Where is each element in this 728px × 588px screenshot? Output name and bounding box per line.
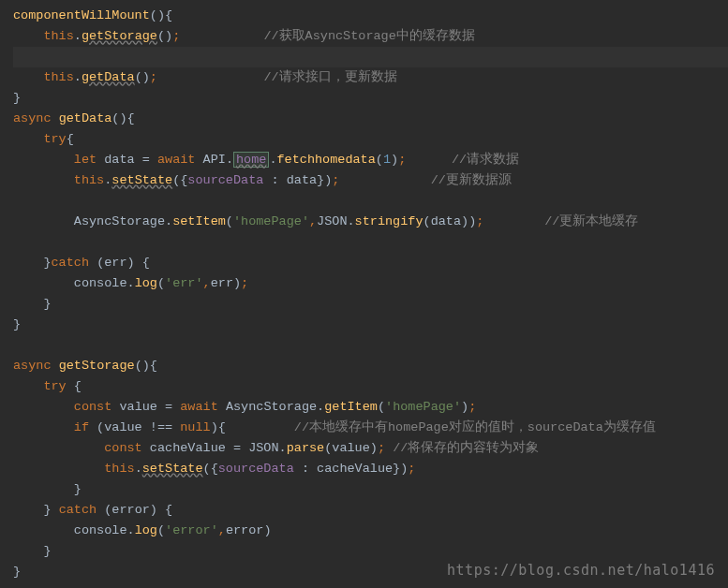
- code-token: cacheValue: [142, 441, 233, 455]
- code-token: ): [370, 441, 378, 455]
- code-token: const: [104, 441, 142, 455]
- code-line[interactable]: [13, 47, 728, 67]
- code-line[interactable]: try{: [13, 129, 728, 150]
- code-token: setState: [111, 173, 172, 187]
- code-token: null: [180, 420, 210, 434]
- code-line[interactable]: async getData(){: [13, 109, 728, 129]
- code-token: 'error': [165, 523, 218, 537]
- code-token: : data: [263, 173, 317, 187]
- code-token: async: [13, 111, 52, 125]
- code-comment: //获取AsyncStorage中的缓存数据: [263, 29, 474, 43]
- code-token: this: [43, 29, 73, 43]
- code-token: (: [376, 153, 383, 167]
- code-token: .: [348, 214, 355, 228]
- code-token: catch: [59, 503, 97, 517]
- code-token: await: [157, 153, 196, 167]
- code-token: (: [423, 214, 431, 228]
- code-token: }: [317, 173, 324, 187]
- code-line[interactable]: this.setState({sourceData : data}); //更新…: [13, 170, 728, 191]
- code-line[interactable]: AsyncStorage.setItem('homePage',JSON.str…: [13, 212, 728, 232]
- code-line[interactable]: [13, 191, 728, 212]
- code-token: .: [165, 214, 172, 228]
- code-line[interactable]: this.getStorage(); //获取AsyncStorage中的缓存数…: [13, 26, 728, 47]
- code-token: this: [74, 173, 104, 187]
- code-comment: //更新本地缓存: [544, 214, 638, 228]
- code-token: try: [43, 132, 66, 146]
- code-token: (: [203, 462, 211, 476]
- code-line[interactable]: [13, 232, 728, 253]
- code-line[interactable]: const cacheValue = JSON.parse(value); //…: [13, 438, 728, 459]
- code-token: getStorage: [82, 29, 157, 43]
- code-line[interactable]: async getStorage(){: [13, 356, 728, 376]
- code-token: value: [111, 400, 165, 414]
- code-token: (value: [89, 420, 150, 434]
- code-line[interactable]: }: [13, 541, 728, 562]
- code-token: }: [393, 462, 400, 476]
- code-token: console: [74, 276, 127, 290]
- code-line[interactable]: this.setState({sourceData : cacheValue})…: [13, 459, 728, 479]
- code-token: {: [67, 132, 74, 146]
- code-line[interactable]: [13, 335, 728, 356]
- code-token: [52, 111, 59, 125]
- code-token: [150, 153, 157, 167]
- code-token: ): [391, 153, 398, 167]
- code-token: }: [13, 317, 21, 331]
- code-token: setItem: [172, 214, 226, 228]
- code-token: .: [74, 70, 82, 84]
- code-token: home: [233, 152, 269, 168]
- code-token: getData: [59, 111, 112, 125]
- code-token: data: [431, 214, 461, 228]
- code-token: catch: [52, 256, 90, 270]
- code-token: {: [218, 420, 226, 434]
- code-token: parse: [287, 441, 325, 455]
- code-token: ;: [468, 400, 476, 414]
- code-line[interactable]: }: [13, 294, 728, 315]
- code-line[interactable]: componentWillMount(){: [13, 6, 728, 26]
- code-line[interactable]: if (value !== null){ //本地缓存中有homePage对应的…: [13, 418, 728, 438]
- code-token: JSON: [317, 214, 347, 228]
- code-token: (): [111, 111, 126, 125]
- code-token: async: [13, 359, 52, 373]
- code-editor[interactable]: componentWillMount(){ this.getStorage();…: [0, 0, 728, 582]
- code-comment: //请求数据: [452, 153, 519, 167]
- code-token: }: [43, 544, 51, 558]
- code-line[interactable]: }: [13, 479, 728, 500]
- code-token: (error) {: [97, 503, 172, 517]
- code-line[interactable]: const value = await AsyncStorage.getItem…: [13, 397, 728, 418]
- code-token: ;: [378, 441, 385, 455]
- code-token: =: [233, 441, 241, 455]
- code-token: {: [165, 8, 172, 22]
- code-line[interactable]: console.log('err',err);: [13, 273, 728, 294]
- code-line[interactable]: } catch (error) {: [13, 500, 728, 521]
- code-token: (err) {: [89, 256, 150, 270]
- code-token: ,: [203, 276, 211, 290]
- code-token: error: [226, 523, 264, 537]
- code-line[interactable]: }: [13, 315, 728, 335]
- code-token: (: [157, 276, 165, 290]
- code-line[interactable]: }: [13, 88, 728, 109]
- code-token: !==: [150, 420, 172, 434]
- watermark-text: https://blog.csdn.net/halo1416: [447, 560, 715, 581]
- code-token: err: [211, 276, 233, 290]
- code-line[interactable]: let data = await API.home.fetchhomedata(…: [13, 150, 728, 170]
- code-token: fetchhomedata: [277, 153, 376, 167]
- code-token: }: [13, 91, 21, 105]
- code-token: ,: [218, 523, 226, 537]
- code-line[interactable]: this.getData(); //请求接口，更新数据: [13, 67, 728, 88]
- code-token: .: [127, 523, 135, 537]
- code-token: .: [127, 276, 135, 290]
- code-token: setState: [142, 462, 203, 476]
- code-token: (): [157, 29, 172, 43]
- code-token: API: [195, 153, 225, 167]
- code-token: let: [74, 153, 97, 167]
- code-token: getItem: [324, 400, 378, 414]
- code-token: }: [43, 503, 51, 517]
- code-line[interactable]: try {: [13, 376, 728, 397]
- code-token: const: [74, 400, 112, 414]
- code-line[interactable]: console.log('error',error): [13, 521, 728, 541]
- code-token: .: [279, 441, 287, 455]
- code-line[interactable]: }catch (err) {: [13, 253, 728, 273]
- code-token: ;: [408, 462, 415, 476]
- code-comment: //将保存的内容转为对象: [393, 441, 539, 455]
- code-token: getData: [82, 70, 135, 84]
